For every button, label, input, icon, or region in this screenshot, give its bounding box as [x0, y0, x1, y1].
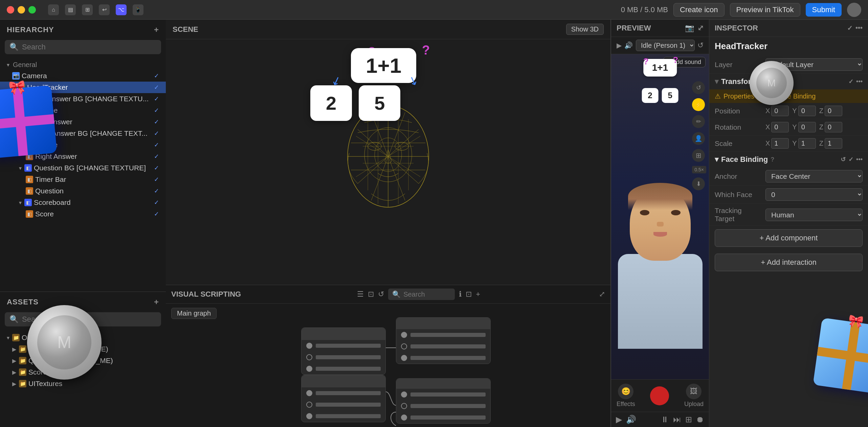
- vs-add-icon[interactable]: +: [476, 290, 480, 299]
- tree-item-headtracker[interactable]: ▾ ⬡ HeadTracker ✓: [0, 82, 166, 93]
- tree-item-outline-2[interactable]: ◧ Outline ✓: [0, 139, 166, 151]
- tree-item-left-answer[interactable]: ◧ Left Answer ✓: [0, 116, 166, 128]
- tree-item-outline-1[interactable]: ◧ Outline ✓: [0, 105, 166, 116]
- tree-item-question[interactable]: ◧ Question ✓: [0, 185, 166, 197]
- preview-icon-expand[interactable]: ⬇: [692, 177, 705, 190]
- scale-z-input[interactable]: [825, 138, 842, 149]
- vs-search-input[interactable]: [403, 291, 451, 298]
- position-z-input[interactable]: [825, 106, 842, 116]
- tree-item-score[interactable]: ◧ Score ✓: [0, 208, 166, 220]
- preview-upload[interactable]: 🖼 Upload: [684, 384, 704, 408]
- tree-arrow: ▾: [19, 130, 22, 137]
- preview-icon-person[interactable]: 👤: [692, 132, 705, 145]
- vs-search-bar[interactable]: 🔍: [388, 289, 455, 300]
- minimize-button[interactable]: [18, 6, 25, 14]
- undo-icon[interactable]: ↩: [99, 4, 110, 15]
- vs-header: VISUAL SCRIPTING ☰ ⊡ ↺ 🔍 ℹ ⊡ + ⤢: [166, 285, 610, 304]
- hierarchy-search-input[interactable]: [22, 43, 156, 51]
- tree-item-left-answer-bg[interactable]: ▾ ◧ Left Answer BG [CHANGE TEXTU... ✓: [0, 93, 166, 105]
- position-x-input[interactable]: [771, 106, 789, 116]
- maximize-button[interactable]: [28, 6, 36, 14]
- preview-play-icon[interactable]: ▶: [616, 415, 622, 424]
- preview-expand-icon[interactable]: ⤢: [697, 24, 704, 33]
- code-icon[interactable]: ⌥: [116, 4, 127, 15]
- preview-camera-icon[interactable]: 📷: [685, 24, 694, 33]
- preview-icon-bolt[interactable]: ⚡: [692, 98, 705, 111]
- position-y-input[interactable]: [798, 106, 816, 116]
- rotation-y-input[interactable]: [798, 122, 816, 132]
- grid-icon[interactable]: ⊞: [82, 4, 93, 15]
- face-binding-refresh[interactable]: ↺: [841, 156, 846, 163]
- preview-pause-icon[interactable]: ⏸: [661, 415, 669, 424]
- preview-icon-refresh[interactable]: ↺: [692, 81, 705, 94]
- show-3d-button[interactable]: Show 3D: [566, 24, 604, 35]
- preview-record-button[interactable]: [650, 386, 669, 405]
- assets-search-bar[interactable]: 🔍: [5, 312, 161, 326]
- phone-icon[interactable]: 📱: [133, 4, 143, 15]
- node-dot: [306, 354, 312, 360]
- scale-y-input[interactable]: [798, 138, 816, 149]
- preview-sound-icon[interactable]: 🔊: [626, 415, 636, 424]
- preview-icon-zoom[interactable]: 0.5×: [692, 166, 706, 173]
- vs-settings-icon[interactable]: ⊡: [466, 290, 472, 299]
- inspector-transform-section[interactable]: ▾ Transform ? ✓ •••: [709, 74, 868, 89]
- z-label: Z: [819, 107, 823, 115]
- scale-x-input[interactable]: [771, 138, 789, 149]
- preview-icon-size[interactable]: ⊞: [692, 149, 705, 162]
- node-header-2: [396, 318, 490, 329]
- user-avatar[interactable]: [847, 3, 861, 17]
- assets-folder-answers[interactable]: ▶ 📁 Answers(REPLACE_ME): [0, 343, 166, 355]
- assets-add-button[interactable]: +: [154, 297, 159, 307]
- scene-header: SCENE Show 3D: [166, 20, 610, 39]
- node-row-3c: [302, 410, 385, 422]
- folder-arrow: ▶: [12, 369, 16, 376]
- inspector-ellipsis[interactable]: •••: [855, 24, 863, 32]
- tree-item-scoreboard[interactable]: ▾ ◧ Scoreboard ✓: [0, 197, 166, 208]
- tracking-target-select[interactable]: Human: [765, 209, 863, 221]
- vs-image-icon[interactable]: ⊡: [368, 290, 374, 299]
- transform-ellipsis[interactable]: •••: [856, 78, 863, 85]
- create-icon-button[interactable]: Create icon: [673, 3, 725, 17]
- preview-tiktok-button[interactable]: Preview in TikTok: [730, 3, 800, 17]
- layout-icon[interactable]: ▤: [65, 4, 76, 15]
- add-component-button[interactable]: + Add component: [715, 229, 863, 247]
- preview-refresh-icon[interactable]: ↺: [697, 41, 704, 50]
- inspector-face-binding-section[interactable]: ▾ Face Binding ? ↺ ✓ •••: [709, 152, 868, 167]
- preview-effects[interactable]: 😊 Effects: [617, 384, 635, 408]
- tree-item-right-answer[interactable]: ◧ Right Answer ✓: [0, 151, 166, 162]
- tree-item-right-answer-bg[interactable]: ▾ ◧ Right Answer BG [CHANGE TEXT... ✓: [0, 128, 166, 139]
- assets-folder-questions[interactable]: ▶ 📁 Questions(REPLACE_ME): [0, 355, 166, 366]
- vs-list-icon[interactable]: ☰: [357, 290, 364, 299]
- preview-skip-icon[interactable]: ⏭: [673, 415, 681, 424]
- close-button[interactable]: [7, 6, 14, 14]
- vs-expand-icon[interactable]: ⤢: [599, 290, 605, 299]
- hierarchy-search-bar[interactable]: 🔍: [5, 40, 161, 54]
- hierarchy-add-button[interactable]: +: [154, 25, 159, 35]
- vs-refresh-icon[interactable]: ↺: [378, 290, 384, 299]
- x-label: X: [765, 123, 770, 131]
- tree-item-timer-bar[interactable]: ◧ Timer Bar ✓: [0, 174, 166, 185]
- submit-button[interactable]: Submit: [806, 3, 842, 17]
- rotation-x-field: X: [765, 122, 789, 132]
- layer-select[interactable]: Default Layer: [765, 58, 863, 71]
- home-icon[interactable]: ⌂: [48, 4, 59, 15]
- vs-info-icon[interactable]: ℹ: [459, 290, 462, 299]
- preview-fullscreen-icon[interactable]: ⊞: [685, 415, 692, 424]
- which-face-select[interactable]: 0: [765, 188, 863, 201]
- vs-main-graph-tab[interactable]: Main graph: [171, 308, 217, 319]
- assets-search-input[interactable]: [22, 315, 156, 324]
- anchor-select[interactable]: Face Center: [765, 170, 863, 183]
- assets-folder-uitextures[interactable]: ▶ 📁 UITextures: [0, 378, 166, 389]
- assets-folder-score[interactable]: ▶ 📁 Score: [0, 366, 166, 378]
- rotation-z-input[interactable]: [825, 122, 842, 132]
- preview-icon-pencil[interactable]: ✏: [692, 115, 705, 128]
- node-header-1: [302, 328, 385, 340]
- rotation-x-input[interactable]: [771, 122, 789, 132]
- tree-item-camera[interactable]: 📷 Camera ✓: [0, 70, 166, 82]
- face-binding-ellipsis[interactable]: •••: [856, 156, 863, 163]
- tree-item-question-bg[interactable]: ▾ ◧ Question BG [CHANGE TEXTURE] ✓: [0, 162, 166, 174]
- add-interaction-button[interactable]: + Add interaction: [715, 254, 863, 271]
- preview-idle-select[interactable]: Idle (Person 1): [636, 40, 695, 51]
- preview-record-icon[interactable]: ⏺: [696, 415, 704, 424]
- assets-folder-root[interactable]: ▾ 📁 OnePersonQuizAssets: [0, 332, 166, 343]
